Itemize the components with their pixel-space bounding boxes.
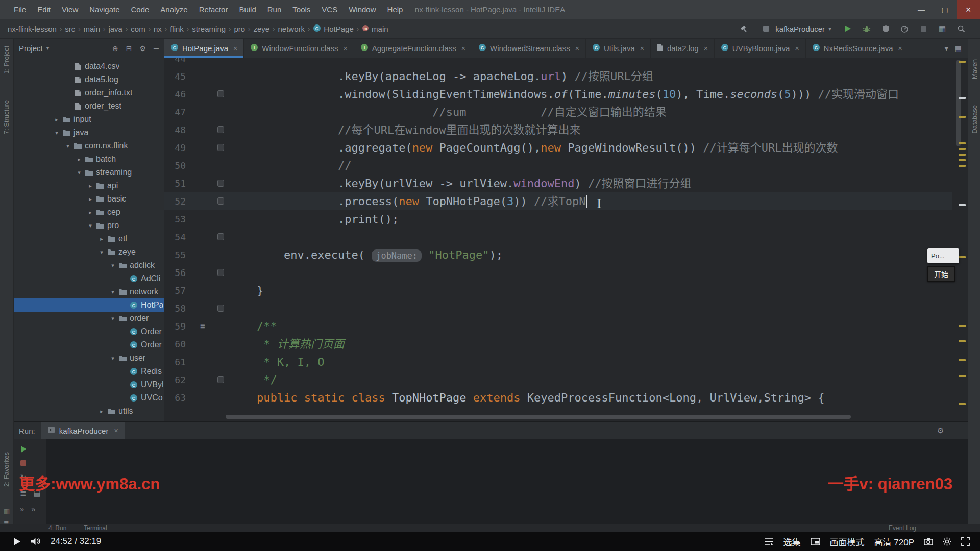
menu-item-run[interactable]: Run [262,0,287,19]
error-stripe-mark[interactable] [959,165,966,167]
play-button[interactable] [13,537,21,546]
stop-process-button[interactable] [20,460,27,466]
jump-next-icon[interactable]: » [20,505,24,513]
horizontal-scrollbar[interactable] [226,415,851,419]
run-settings-gear-icon[interactable]: ⚙ [937,426,944,435]
vertical-scrollbar[interactable] [956,60,961,146]
stripe-grid-icon[interactable]: ▦ [4,507,10,515]
run-config-selector[interactable]: kafkaProducer ▾ [757,22,835,35]
code-line[interactable]: 50 // [164,157,952,174]
tool-button-maven[interactable]: Maven [971,59,978,79]
tree-item-com-nx-flink[interactable]: ▾com.nx.flink [14,139,164,153]
gutter-marker-icon[interactable] [217,376,224,383]
tree-item-data4-csv[interactable]: data4.csv [14,60,164,73]
playlist-icon[interactable] [765,538,774,545]
code-line[interactable]: 51 .keyBy(urlView -> urlView.windowEnd) … [164,174,952,192]
tab-close-icon[interactable]: × [575,44,579,53]
tab-close-icon[interactable]: × [795,44,799,53]
code-line[interactable]: 52 .process(new TopNHotPage(3)) //求TopN [164,192,952,210]
menu-item-build[interactable]: Build [233,0,261,19]
tab-close-icon[interactable]: × [461,44,465,53]
expand-arrow-icon[interactable]: ▸ [86,209,94,216]
error-stripe-mark[interactable] [959,256,966,258]
breadcrumb-item-java[interactable]: java [108,24,123,33]
player-settings-gear-icon[interactable] [943,537,951,546]
search-icon[interactable] [955,23,967,34]
code-line[interactable]: 44 [164,58,952,67]
tree-item-pro[interactable]: ▾pro [14,219,164,232]
tree-item-utils[interactable]: ▸utils [14,405,164,418]
error-stripe-mark[interactable] [959,340,966,342]
expand-arrow-icon[interactable]: ▸ [97,408,106,415]
tree-item-streaming[interactable]: ▾streaming [14,166,164,179]
menu-item-vcs[interactable]: VCS [316,0,343,19]
tree-item-adcli[interactable]: CAdCli [14,272,164,285]
tree-item-order-test[interactable]: order_test [14,99,164,113]
breadcrumb-item-zeye[interactable]: zeye [253,24,270,33]
tree-item-basic[interactable]: ▸basic [14,192,164,206]
locate-file-icon[interactable]: ⊕ [112,44,118,53]
code-line[interactable]: 48 //每个URL在window里面出现的次数就计算出来 [164,121,952,139]
code-line[interactable]: 49 .aggregate(new PageCountAgg(),new Pag… [164,139,952,157]
code-line[interactable]: 63 public static class TopNHotPage exten… [164,389,952,407]
code-line[interactable]: 57 } [164,282,952,299]
maximize-button[interactable]: ▢ [933,0,957,19]
expand-arrow-icon[interactable]: ▾ [86,222,94,229]
hidden-tabs-icon[interactable]: ▾ [945,44,948,53]
chevron-down-icon[interactable]: ▾ [46,45,50,52]
rerun-button[interactable] [20,445,28,453]
tool-button-database[interactable]: Database [971,105,978,134]
screen-mode-button[interactable]: 画面模式 [830,535,865,548]
breadcrumb-item-network[interactable]: network [277,24,305,33]
tree-item-uvbyl[interactable]: CUVByl [14,378,164,391]
error-stripe-mark[interactable] [959,375,966,377]
gutter-marker-icon[interactable] [217,305,224,312]
code-line[interactable]: 62 */ [164,371,952,389]
tab-close-icon[interactable]: × [898,44,902,53]
menu-item-tools[interactable]: Tools [287,0,316,19]
expand-arrow-icon[interactable]: ▾ [53,130,61,136]
error-stripe-mark[interactable] [959,154,966,156]
episodes-button[interactable]: 选集 [783,535,801,548]
coverage-button[interactable] [880,23,891,34]
expand-arrow-icon[interactable]: ▸ [53,116,61,123]
expand-arrow-icon[interactable]: ▾ [75,169,83,176]
error-stripe-mark[interactable] [959,325,966,327]
code-line[interactable]: 54 [164,228,952,246]
gutter-doc-icon[interactable]: ≣ [200,317,205,335]
minimize-button[interactable]: — [910,0,933,19]
tree-item-hotpa[interactable]: CHotPa [14,298,164,312]
tree-item-redis[interactable]: CRedis [14,365,164,378]
breadcrumb-item-nx[interactable]: nx [153,24,162,33]
tree-item-order[interactable]: COrder [14,325,164,338]
expand-arrow-icon[interactable]: ▾ [64,143,72,149]
code-line[interactable]: 45 .keyBy(apacheLog -> apacheLog.url) //… [164,67,952,85]
tree-item-network[interactable]: ▾network [14,285,164,298]
menu-item-navigate[interactable]: Navigate [84,0,125,19]
code-editor[interactable]: 4445 .keyBy(apacheLog -> apacheLog.url) … [164,58,968,421]
menu-item-window[interactable]: Window [343,0,381,19]
menu-item-refactor[interactable]: Refactor [193,0,234,19]
expand-arrow-icon[interactable]: ▾ [109,315,117,322]
breadcrumb-item-src[interactable]: src [64,24,76,33]
error-stripe-mark[interactable] [959,159,966,161]
menu-item-file[interactable]: File [8,0,32,19]
editor-tab-aggregatefunction-class[interactable]: IAggregateFunction.class× [354,39,472,58]
tree-item-api[interactable]: ▸api [14,179,164,192]
tree-item-cep[interactable]: ▸cep [14,206,164,219]
breadcrumb-item-main[interactable]: main [83,24,101,33]
editor-tab-utils-java[interactable]: CUtils.java× [586,39,651,58]
screen-mode-icon[interactable] [811,538,820,545]
code-line[interactable]: 60 * 计算热门页面 [164,335,952,353]
run-button[interactable] [842,23,853,34]
split-editor-icon[interactable]: ▦ [955,44,962,53]
expand-arrow-icon[interactable]: ▾ [109,289,117,295]
run-tab-close-icon[interactable]: × [114,427,118,435]
error-stripe-mark[interactable] [959,61,966,63]
quality-button[interactable]: 高清 720P [874,535,914,548]
tree-item-order[interactable]: COrder [14,338,164,352]
error-stripe-mark[interactable] [959,148,966,150]
jump-next-icon[interactable]: » [31,505,35,513]
menu-item-analyze[interactable]: Analyze [155,0,193,19]
gutter-marker-icon[interactable] [217,144,224,151]
